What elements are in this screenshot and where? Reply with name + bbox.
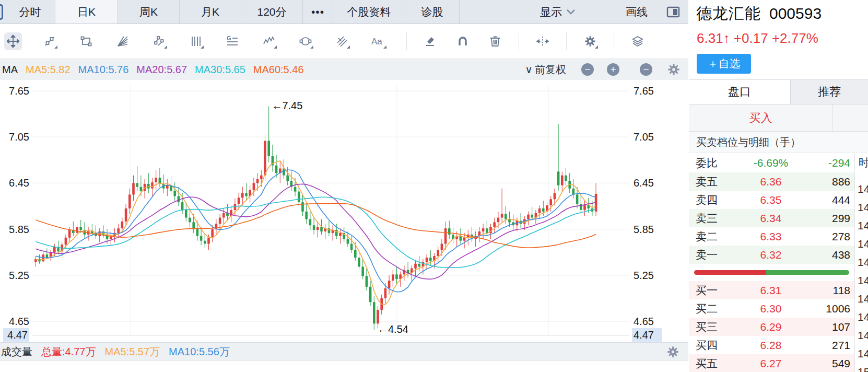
quote-panel: 德龙汇能000593 6.31↑ +0.17 +2.77% ＋自选 盘口 推荐 … (689, 0, 868, 372)
bid-row-4[interactable]: 买四6.28271 (689, 336, 854, 354)
gear-icon (667, 346, 679, 358)
gann-fan-tool-button[interactable] (114, 32, 132, 50)
trade-time-item: 14 (855, 326, 868, 344)
bid-row-3[interactable]: 买三6.29107 (689, 318, 854, 336)
ask-volume: 299 (802, 212, 854, 225)
tab-stock-info[interactable]: 个股资料 (333, 0, 405, 24)
sell-button-partial[interactable] (833, 104, 868, 131)
eraser-tool-icon (425, 36, 436, 47)
last-price: 6.31↑ (697, 30, 730, 46)
rectangle-tool-button[interactable] (77, 32, 95, 50)
trade-detail-time-column: 时间 1414141414141414141415 (854, 153, 868, 372)
weibi-row: 委比 -6.69% -294 (689, 153, 854, 172)
ellipse-tool-button[interactable] (297, 32, 314, 50)
trade-time-item: 14 (855, 344, 868, 363)
trade-time-item: 14 (855, 289, 868, 308)
ask-price: 6.33 (740, 230, 802, 243)
bid-row-5[interactable]: 买五6.27549 (689, 354, 854, 372)
text-tool-button[interactable]: Aa (370, 32, 388, 50)
tab-recommend[interactable]: 推荐 (790, 80, 868, 104)
weibi-label: 委比 (689, 156, 740, 170)
volume-total-legend: 总量:4.77万 (41, 345, 96, 359)
adjust-mode-dropdown[interactable]: ∨ 前复权 (525, 63, 566, 77)
depth-rows: 委比 -6.69% -294 卖五6.36886 卖四6.35444 卖三6.3… (689, 153, 854, 372)
move-tool-icon (7, 35, 19, 48)
svg-text:G: G (227, 36, 231, 41)
layers-button[interactable] (629, 32, 647, 50)
ask-row-1[interactable]: 卖一6.32438 (689, 246, 854, 264)
expand-horizontal-button[interactable] (534, 32, 552, 50)
trendline-tool-button[interactable] (41, 32, 58, 50)
bid-label: 买一 (689, 283, 740, 298)
bid-label: 买二 (689, 301, 740, 316)
time-column-header: 时间 (855, 153, 868, 172)
buy-button[interactable]: 买入 (689, 104, 833, 131)
ask-row-5[interactable]: 卖五6.36886 (689, 172, 854, 191)
magnet-tool-button[interactable] (454, 32, 472, 50)
toolbar-settings-button[interactable] (581, 32, 599, 50)
vertical-lines-tool-button[interactable] (187, 32, 205, 50)
draw-line-button[interactable]: 画线 (624, 0, 650, 24)
wave-tool-button[interactable] (260, 32, 278, 50)
trade-time-item: 14 (855, 180, 868, 198)
more-periods-button[interactable]: ••• (303, 0, 333, 24)
y-axis-label: 5.25 (632, 269, 662, 282)
ma60-legend: MA60:5.46 (253, 64, 304, 76)
adjust-mode-label: 前复权 (535, 63, 566, 77)
zoom-out-button[interactable]: − (581, 63, 594, 76)
tab-monthly-k[interactable]: 月K (180, 0, 241, 24)
tab-daily-k[interactable]: 日K (55, 0, 118, 24)
trade-time-item: 14 (855, 308, 868, 326)
chart-settings-button[interactable] (667, 63, 680, 76)
y-axis-label: 5.85 (632, 223, 662, 236)
y-axis-label: 4.65 (3, 315, 29, 328)
panel-toggle-button[interactable] (666, 0, 680, 24)
bid-ask-ratio-bar (694, 270, 849, 275)
ma-title: MA (2, 64, 18, 76)
time-rows: 1414141414141414141415 (855, 180, 868, 372)
bid-price: 6.31 (740, 284, 802, 297)
percent-lines-tool-button[interactable] (333, 32, 351, 50)
add-watchlist-button[interactable]: ＋自选 (697, 54, 751, 74)
ma10-legend: MA10:5.76 (78, 64, 129, 76)
period-tab-bar: 分时 日K 周K 月K 120分 ••• 个股资料 诊股 显示 画线 (0, 0, 688, 24)
trash-button[interactable] (486, 32, 504, 50)
volume-settings-button[interactable] (667, 346, 679, 358)
chevron-down-icon: ∨ (525, 63, 533, 76)
kline-chart[interactable]: 7.657.056.455.855.254.654.47 7.657.056.4… (0, 80, 688, 342)
sell-ratio-segment (766, 270, 849, 275)
y-axis-label: 4.47 (632, 328, 662, 342)
collapse-pane-button[interactable]: − (640, 63, 652, 76)
ellipse-tool-icon (299, 36, 312, 47)
chevron-down-icon (566, 9, 576, 15)
bid-label: 买五 (689, 356, 740, 371)
toolbar-separator (566, 32, 567, 50)
move-tool-button[interactable] (4, 32, 22, 50)
ask-row-4[interactable]: 卖四6.35444 (689, 191, 854, 209)
parallel-channel-tool-button[interactable] (150, 32, 168, 50)
gann-fan-tool-icon (117, 36, 128, 47)
stock-name-text: 德龙汇能 (696, 5, 761, 22)
trash-icon (489, 36, 501, 47)
volume-indicator-bar: 成交量 总量:4.77万 MA5:5.57万 MA10:5.56万 (0, 342, 688, 361)
trade-time-item: 14 (855, 253, 868, 271)
tab-fenshi[interactable]: 分时 (5, 0, 55, 24)
eraser-tool-button[interactable] (421, 32, 439, 50)
ask-price: 6.35 (740, 194, 802, 206)
bid-row-2[interactable]: 买二6.301006 (689, 299, 854, 318)
panel-tabs: 盘口 推荐 (689, 79, 868, 104)
tab-120min[interactable]: 120分 (241, 0, 303, 24)
bid-label: 买三 (689, 320, 740, 334)
ask-label: 卖五 (689, 175, 740, 189)
ask-row-3[interactable]: 卖三6.34299 (689, 209, 854, 227)
depth-title: 买卖档位与明细（手） (689, 132, 868, 153)
tab-diagnose[interactable]: 诊股 (405, 0, 460, 24)
tab-order-book[interactable]: 盘口 (689, 80, 790, 104)
tab-weekly-k[interactable]: 周K (118, 0, 180, 24)
bid-row-1[interactable]: 买一6.31118 (689, 281, 854, 299)
y-axis-label: 7.05 (3, 130, 29, 144)
zoom-in-button[interactable]: + (607, 63, 619, 76)
display-dropdown[interactable]: 显示 (538, 0, 578, 24)
golden-section-tool-button[interactable]: G (224, 32, 241, 50)
ask-row-2[interactable]: 卖二6.33278 (689, 227, 854, 246)
